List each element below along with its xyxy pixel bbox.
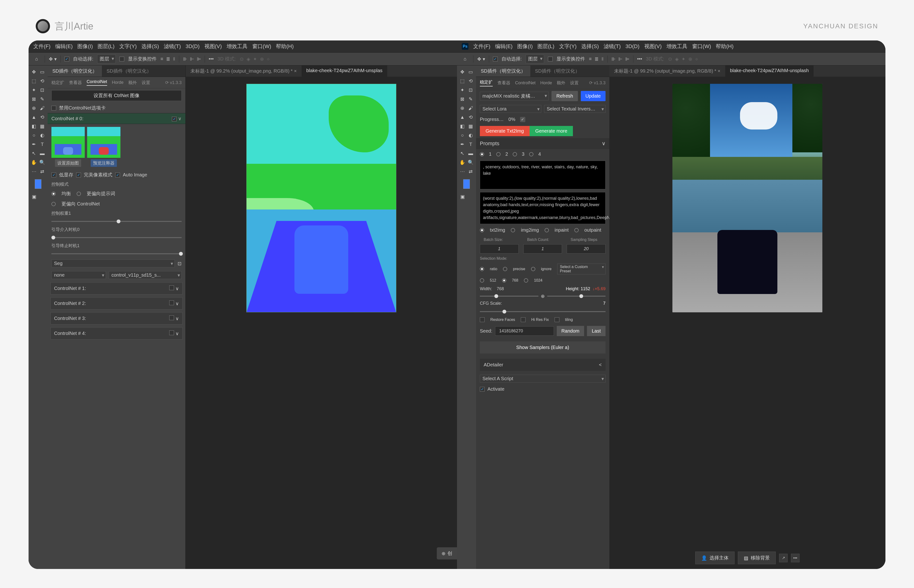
distribute-icon[interactable]: ⊩ bbox=[618, 56, 622, 62]
batch-count-input[interactable]: 1 bbox=[523, 244, 562, 254]
chevron-down-icon[interactable]: ∨ bbox=[602, 141, 606, 147]
path-tool-icon[interactable]: ↖ bbox=[459, 149, 466, 157]
menu-help[interactable]: 帮助(H) bbox=[276, 43, 294, 50]
more-icon[interactable]: ••• bbox=[791, 554, 799, 562]
hires-fix-checkbox[interactable] bbox=[521, 317, 526, 322]
layer-select[interactable]: 图层 bbox=[526, 55, 544, 63]
zoom-tool-icon[interactable]: 🔍 bbox=[467, 158, 475, 166]
plugin-tab-1[interactable]: SD插件（明空汉化） bbox=[476, 65, 530, 77]
textual-select[interactable]: Select Textual Invers… bbox=[544, 105, 606, 113]
adetailer-expander[interactable]: ADetailer< bbox=[480, 359, 606, 371]
distribute-icon[interactable]: ⊫ bbox=[625, 56, 629, 62]
share-icon[interactable]: ↗ bbox=[779, 554, 788, 562]
negative-prompt-input[interactable]: (worst quality:2),(low quality:2),(norma… bbox=[480, 192, 606, 224]
pixel-perfect-checkbox[interactable] bbox=[76, 173, 81, 177]
artboard-tool-icon[interactable]: ▭ bbox=[38, 68, 46, 76]
cfg-slider[interactable] bbox=[480, 309, 606, 315]
plugin-tab-2[interactable]: SD插件（明空汉化） bbox=[530, 65, 585, 77]
menu-window[interactable]: 窗口(W) bbox=[692, 43, 711, 50]
prompt-slot-2[interactable] bbox=[496, 152, 501, 157]
precise-radio[interactable] bbox=[503, 267, 507, 271]
outpaint-radio[interactable] bbox=[574, 228, 579, 233]
ratio-radio[interactable] bbox=[480, 267, 484, 271]
dodge-tool-icon[interactable]: ◐ bbox=[38, 131, 46, 139]
remove-bg-button[interactable]: ▨ 移除背景 bbox=[738, 552, 776, 564]
positive-prompt-input[interactable]: , scenery, outdoors, tree, river, water,… bbox=[480, 161, 606, 189]
ellipsis-icon[interactable]: ⋯ bbox=[30, 167, 38, 176]
output-image[interactable] bbox=[672, 84, 822, 312]
crop-tool-icon[interactable]: ⊡ bbox=[38, 86, 46, 94]
home-icon[interactable]: ⌂ bbox=[32, 55, 41, 63]
doc-tab-2[interactable]: blake-cheek-T24pwZ7AIhM-unsplash bbox=[725, 65, 814, 77]
healing-tool-icon[interactable]: ⊕ bbox=[30, 104, 38, 112]
distribute-icon[interactable]: ⊩ bbox=[190, 56, 194, 62]
prompt-slot-1[interactable] bbox=[480, 152, 484, 157]
auto-select-checkbox[interactable] bbox=[493, 57, 498, 61]
doc-tab-1[interactable]: 未标题-1 @ 99.2% (output_image.png, RGB/8) … bbox=[186, 65, 302, 77]
edit-toolbar-icon[interactable]: ⇄ bbox=[467, 167, 475, 176]
ignore-radio[interactable] bbox=[531, 267, 535, 271]
cn0-enable-checkbox[interactable] bbox=[172, 117, 177, 121]
script-select[interactable]: Select A Script bbox=[480, 375, 606, 383]
distribute-icon[interactable]: ⊫ bbox=[197, 56, 201, 62]
inpaint-radio[interactable] bbox=[544, 228, 549, 233]
subtab-viewer[interactable]: 查看器 bbox=[497, 80, 510, 86]
disable-cn-checkbox[interactable] bbox=[52, 106, 56, 110]
dodge-tool-icon[interactable]: ◐ bbox=[467, 131, 475, 139]
align-icon[interactable]: ≣ bbox=[594, 56, 599, 62]
menu-select[interactable]: 选择(S) bbox=[581, 43, 599, 50]
quickmask-icon[interactable]: ▣ bbox=[459, 192, 467, 201]
menu-layer[interactable]: 图层(L) bbox=[538, 43, 554, 50]
mode-prompt-radio[interactable] bbox=[77, 192, 81, 196]
artboard-tool-icon[interactable]: ▭ bbox=[467, 68, 475, 76]
subtab-extras[interactable]: 额外 bbox=[128, 80, 137, 86]
align-icon[interactable]: ⫴ bbox=[601, 56, 604, 62]
show-transform-checkbox[interactable] bbox=[119, 57, 124, 61]
menu-filter[interactable]: 滤镜(T) bbox=[164, 43, 181, 50]
menu-select[interactable]: 选择(S) bbox=[141, 43, 159, 50]
hand-tool-icon[interactable]: ✋ bbox=[30, 158, 38, 166]
random-button[interactable]: Random bbox=[557, 326, 585, 336]
menu-type[interactable]: 文字(Y) bbox=[119, 43, 137, 50]
tiling-checkbox[interactable] bbox=[555, 317, 559, 322]
preprocessor2-select[interactable]: none bbox=[52, 271, 106, 279]
more-icon[interactable]: ••• bbox=[209, 56, 214, 61]
align-icon[interactable]: ≡ bbox=[589, 56, 592, 62]
subtab-settings[interactable]: 设置 bbox=[142, 80, 150, 86]
blur-tool-icon[interactable]: ○ bbox=[30, 131, 38, 139]
align-icon[interactable]: ≣ bbox=[166, 56, 170, 62]
brush-tool-icon[interactable]: 🖌 bbox=[38, 104, 46, 112]
plugin-tab-2[interactable]: SD插件（明空汉化） bbox=[102, 65, 156, 77]
distribute-icon[interactable]: ⊪ bbox=[612, 56, 615, 62]
steps-input[interactable]: 20 bbox=[567, 244, 606, 254]
lasso-tool-icon[interactable]: ⟲ bbox=[38, 77, 46, 85]
mode-cn-radio[interactable] bbox=[52, 202, 56, 206]
generate-txt2img-button[interactable]: Generate Txt2Img bbox=[480, 126, 530, 136]
subtab-horde[interactable]: Horde bbox=[540, 81, 552, 86]
cn3-item[interactable]: ControlNet # 3: ∨ bbox=[50, 312, 182, 325]
wand-tool-icon[interactable]: ✦ bbox=[30, 86, 38, 94]
menu-view[interactable]: 视图(V) bbox=[205, 43, 222, 50]
plugin-tab-1[interactable]: SD插件（明空汉化） bbox=[48, 65, 102, 77]
preprocessor-select[interactable]: Seg bbox=[52, 260, 175, 267]
update-button[interactable]: Update bbox=[581, 91, 606, 101]
foreground-color[interactable] bbox=[463, 179, 470, 189]
marquee-tool-icon[interactable]: ⬚ bbox=[459, 77, 466, 85]
lasso-tool-icon[interactable]: ⟲ bbox=[467, 77, 475, 85]
prompt-slot-3[interactable] bbox=[513, 152, 517, 157]
menu-file[interactable]: 文件(F) bbox=[473, 43, 490, 50]
subtab-viewer[interactable]: 查看器 bbox=[69, 80, 82, 86]
move-tool-icon[interactable]: ✥ ▾ bbox=[49, 56, 57, 62]
model-select[interactable]: control_v11p_sd15_s... bbox=[109, 271, 182, 279]
blur-tool-icon[interactable]: ○ bbox=[459, 131, 466, 139]
menu-plugins[interactable]: 增效工具 bbox=[227, 43, 247, 50]
height-slider[interactable] bbox=[547, 293, 606, 299]
link-icon[interactable]: ⊕ bbox=[541, 293, 545, 299]
pen-tool-icon[interactable]: ✒ bbox=[30, 140, 38, 148]
preprocess-run-icon[interactable]: ⊡ bbox=[178, 261, 182, 267]
auto-select-checkbox[interactable] bbox=[65, 57, 69, 61]
segmentation-image[interactable] bbox=[246, 84, 396, 312]
txt2img-radio[interactable] bbox=[480, 228, 484, 233]
foreground-color[interactable] bbox=[35, 179, 41, 189]
lora-select[interactable]: Select Lora bbox=[480, 105, 541, 113]
